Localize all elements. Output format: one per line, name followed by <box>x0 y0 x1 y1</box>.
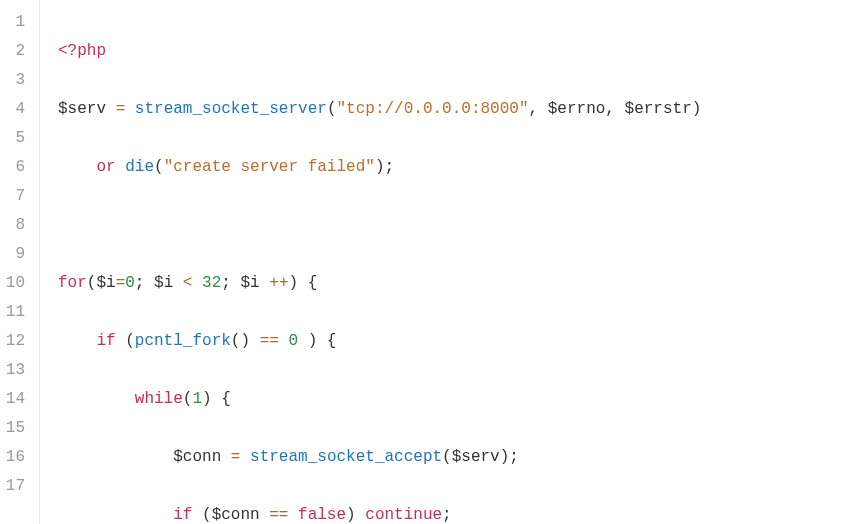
code-line: $serv = stream_socket_server("tcp://0.0.… <box>58 95 701 124</box>
line-number: 8 <box>0 211 31 240</box>
line-number: 7 <box>0 182 31 211</box>
token-kw: if <box>173 506 192 524</box>
line-number: 13 <box>0 356 31 385</box>
line-number: 15 <box>0 414 31 443</box>
line-number: 5 <box>0 124 31 153</box>
token-eq: = <box>116 274 126 292</box>
code-line: or die("create server failed"); <box>58 153 701 182</box>
code-line: if ($conn == false) continue; <box>58 501 701 524</box>
token-num: 0 <box>288 332 298 350</box>
line-number: 10 <box>0 269 31 298</box>
token-var: $i <box>240 274 259 292</box>
token-bool: false <box>298 506 346 524</box>
code-area[interactable]: <?php $serv = stream_socket_server("tcp:… <box>40 0 701 524</box>
token-num: 1 <box>192 390 202 408</box>
code-line: while(1) { <box>58 385 701 414</box>
code-line: if (pcntl_fork() == 0 ) { <box>58 327 701 356</box>
line-number: 3 <box>0 66 31 95</box>
code-line: $conn = stream_socket_accept($serv); <box>58 443 701 472</box>
token-var: $conn <box>212 506 260 524</box>
token-var: $serv <box>452 448 500 466</box>
token-eq: = <box>231 448 241 466</box>
line-number: 12 <box>0 327 31 356</box>
line-number: 6 <box>0 153 31 182</box>
token-kw: continue <box>365 506 442 524</box>
token-fn: stream_socket_accept <box>250 448 442 466</box>
token-kw: for <box>58 274 87 292</box>
token-kw: or <box>96 158 115 176</box>
token-lt: < <box>183 274 193 292</box>
token-php-open: <?php <box>58 42 106 60</box>
token-fn: die <box>125 158 154 176</box>
token-eqeq: == <box>269 506 288 524</box>
line-number-gutter: 1 2 3 4 5 6 7 8 9 10 11 12 13 14 15 16 1… <box>0 0 40 524</box>
token-eqeq: == <box>260 332 279 350</box>
token-fn: stream_socket_server <box>135 100 327 118</box>
token-kw: while <box>135 390 183 408</box>
token-str: "create server failed" <box>164 158 375 176</box>
code-line: <?php <box>58 37 701 66</box>
line-number: 16 <box>0 443 31 472</box>
line-number: 1 <box>0 8 31 37</box>
line-number: 11 <box>0 298 31 327</box>
line-number: 4 <box>0 95 31 124</box>
token-var: $serv <box>58 100 106 118</box>
token-var: $i <box>154 274 173 292</box>
line-number: 9 <box>0 240 31 269</box>
token-num: 0 <box>125 274 135 292</box>
token-fn: pcntl_fork <box>135 332 231 350</box>
token-kw: if <box>96 332 115 350</box>
token-eq: = <box>116 100 126 118</box>
token-var: $i <box>96 274 115 292</box>
token-pp: ++ <box>269 274 288 292</box>
token-num: 32 <box>202 274 221 292</box>
code-line <box>58 211 701 240</box>
code-line: for($i=0; $i < 32; $i ++) { <box>58 269 701 298</box>
token-var: $errno <box>548 100 606 118</box>
token-var: $conn <box>173 448 221 466</box>
token-str: "tcp://0.0.0.0:8000" <box>336 100 528 118</box>
line-number: 2 <box>0 37 31 66</box>
token-var: $errstr <box>625 100 692 118</box>
line-number: 14 <box>0 385 31 414</box>
line-number: 17 <box>0 472 31 501</box>
